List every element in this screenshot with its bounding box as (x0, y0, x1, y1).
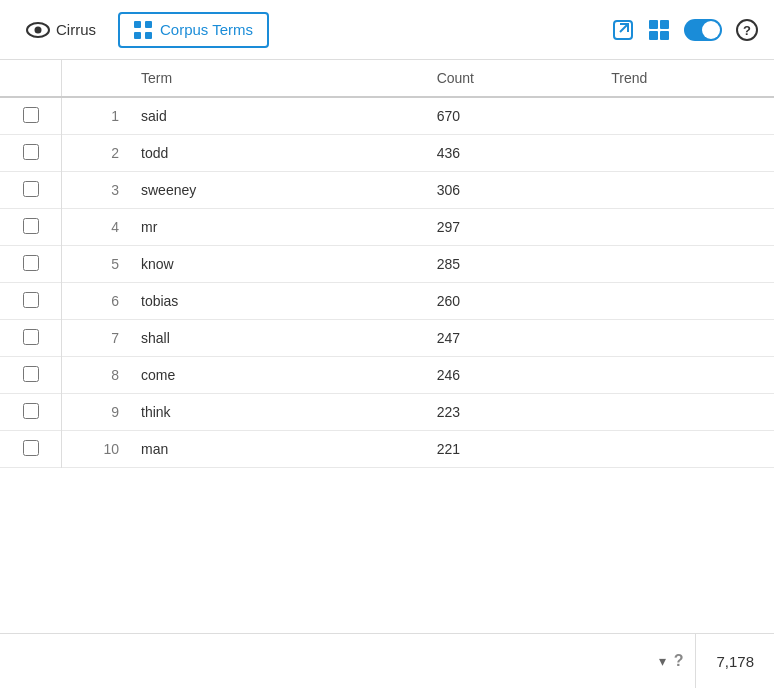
svg-point-1 (35, 26, 42, 33)
export-button[interactable] (612, 19, 634, 41)
row-term: shall (129, 320, 425, 357)
terms-table: Term Count Trend 1said6702todd4363sweene… (0, 60, 774, 468)
corpus-terms-button[interactable]: Corpus Terms (118, 12, 269, 48)
row-checkbox[interactable] (23, 107, 39, 123)
svg-text:?: ? (743, 23, 751, 38)
row-checkbox[interactable] (23, 292, 39, 308)
help-icon: ? (736, 19, 758, 41)
svg-rect-10 (660, 31, 669, 40)
row-trend (599, 209, 774, 246)
header: Cirrus Corpus Terms (0, 0, 774, 60)
row-number: 1 (62, 97, 129, 135)
grid-icon (134, 21, 152, 39)
header-right: ? (612, 19, 758, 41)
row-number: 4 (62, 209, 129, 246)
footer: ▾ ? 7,178 (0, 633, 774, 688)
row-checkbox[interactable] (23, 144, 39, 160)
row-checkbox-cell (0, 97, 62, 135)
eye-icon (26, 22, 50, 38)
row-count: 297 (425, 209, 600, 246)
row-trend (599, 135, 774, 172)
row-checkbox-cell (0, 320, 62, 357)
table-row: 10man221 (0, 431, 774, 468)
row-checkbox[interactable] (23, 218, 39, 234)
footer-left: ▾ ? (0, 634, 696, 688)
cirrus-button[interactable]: Cirrus (16, 15, 106, 44)
row-term: sweeney (129, 172, 425, 209)
table-row: 5know285 (0, 246, 774, 283)
row-number: 5 (62, 246, 129, 283)
row-number: 8 (62, 357, 129, 394)
footer-select[interactable] (12, 653, 651, 669)
row-checkbox-cell (0, 172, 62, 209)
windows-icon (648, 19, 670, 41)
row-term: todd (129, 135, 425, 172)
table-row: 7shall247 (0, 320, 774, 357)
toggle-button[interactable] (684, 19, 722, 41)
table-row: 2todd436 (0, 135, 774, 172)
row-trend (599, 357, 774, 394)
chevron-down-icon: ▾ (659, 653, 666, 669)
footer-total: 7,178 (696, 653, 774, 670)
svg-point-12 (702, 21, 720, 39)
svg-rect-3 (145, 21, 152, 28)
table-row: 4mr297 (0, 209, 774, 246)
row-number: 10 (62, 431, 129, 468)
row-trend (599, 97, 774, 135)
row-checkbox[interactable] (23, 440, 39, 456)
svg-rect-4 (134, 32, 141, 39)
table-row: 1said670 (0, 97, 774, 135)
footer-help-icon[interactable]: ? (674, 652, 684, 670)
row-checkbox[interactable] (23, 403, 39, 419)
windows-button[interactable] (648, 19, 670, 41)
table-container: Term Count Trend 1said6702todd4363sweene… (0, 60, 774, 633)
row-term: tobias (129, 283, 425, 320)
table-header-row: Term Count Trend (0, 60, 774, 97)
row-count: 260 (425, 283, 600, 320)
row-count: 223 (425, 394, 600, 431)
row-trend (599, 246, 774, 283)
row-checkbox[interactable] (23, 366, 39, 382)
row-term: think (129, 394, 425, 431)
svg-rect-2 (134, 21, 141, 28)
row-checkbox-cell (0, 135, 62, 172)
table-row: 6tobias260 (0, 283, 774, 320)
row-checkbox-cell (0, 394, 62, 431)
row-trend (599, 283, 774, 320)
row-number: 7 (62, 320, 129, 357)
row-checkbox[interactable] (23, 181, 39, 197)
row-trend (599, 394, 774, 431)
svg-rect-9 (649, 31, 658, 40)
toggle-icon (684, 19, 722, 41)
table-row: 3sweeney306 (0, 172, 774, 209)
svg-rect-8 (660, 20, 669, 29)
row-checkbox-cell (0, 246, 62, 283)
row-trend (599, 320, 774, 357)
row-term: mr (129, 209, 425, 246)
col-trend: Trend (599, 60, 774, 97)
col-term: Term (129, 60, 425, 97)
row-count: 670 (425, 97, 600, 135)
row-checkbox-cell (0, 431, 62, 468)
row-number: 6 (62, 283, 129, 320)
help-button[interactable]: ? (736, 19, 758, 41)
col-count: Count (425, 60, 600, 97)
row-checkbox-cell (0, 209, 62, 246)
row-number: 2 (62, 135, 129, 172)
row-checkbox[interactable] (23, 329, 39, 345)
row-checkbox[interactable] (23, 255, 39, 271)
row-count: 246 (425, 357, 600, 394)
row-term: come (129, 357, 425, 394)
cirrus-label: Cirrus (56, 21, 96, 38)
col-number (62, 60, 129, 97)
svg-rect-7 (649, 20, 658, 29)
col-checkbox (0, 60, 62, 97)
row-count: 306 (425, 172, 600, 209)
row-trend (599, 431, 774, 468)
row-checkbox-cell (0, 357, 62, 394)
row-term: know (129, 246, 425, 283)
row-term: man (129, 431, 425, 468)
export-icon (612, 19, 634, 41)
svg-rect-5 (145, 32, 152, 39)
table-row: 8come246 (0, 357, 774, 394)
